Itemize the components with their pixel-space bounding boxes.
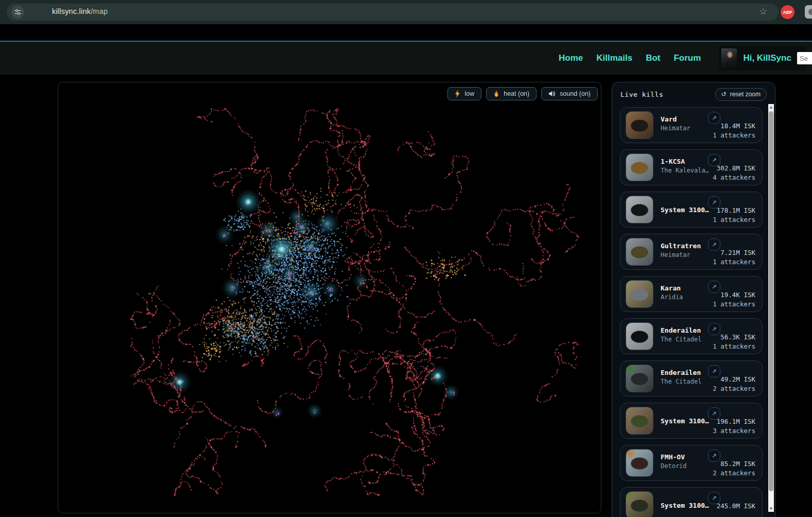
kill-card[interactable]: System 3100…245.0M ISK↗ (620, 487, 763, 517)
scrollbar-thumb[interactable] (769, 111, 773, 491)
kill-region: Aridia (661, 294, 683, 301)
kill-stats: 196.1M ISK3 attackers (713, 418, 755, 435)
kill-isk-value: 245.0M ISK (717, 502, 755, 510)
ship-thumbnail (626, 365, 653, 392)
user-menu[interactable]: Hi, KillSync ▾ (719, 46, 806, 70)
user-greeting: Hi, KillSync (743, 53, 791, 63)
ship-thumbnail (626, 322, 653, 350)
ship-thumbnail (626, 449, 653, 477)
kill-stats: 302.8M ISK4 attackers (713, 164, 755, 181)
live-kills-header: Live kills ↺ reset zoom (612, 82, 775, 106)
map-canvas[interactable] (58, 82, 601, 513)
sound-toggle-button[interactable]: sound (on) (541, 87, 598, 100)
adblock-extension-icon[interactable]: ABP (781, 5, 794, 19)
kill-attackers-count: 1 attackers (713, 300, 755, 308)
page-top-gap (0, 24, 812, 41)
kill-isk-value: 85.2M ISK (713, 460, 755, 468)
ship-thumbnail (626, 491, 653, 517)
kill-region: The Citadel (661, 378, 701, 385)
browser-toolbar: killsync.link/map ☆ ABP (0, 0, 812, 24)
nav-link-killmails[interactable]: Killmails (596, 53, 632, 63)
kill-stats: 49.2M ISK2 attackers (713, 375, 755, 392)
bookmark-star-icon[interactable]: ☆ (759, 6, 767, 16)
kill-victim-name: Gultratren (661, 242, 701, 250)
speaker-icon (548, 91, 556, 97)
url-domain: killsync.link (52, 7, 91, 15)
open-killmail-button[interactable]: ↗ (708, 281, 720, 293)
open-killmail-button[interactable]: ↗ (708, 112, 720, 124)
kill-victim-name: Enderailen (661, 326, 701, 334)
heat-toggle-button[interactable]: heat (on) (486, 87, 537, 100)
extension-icon[interactable] (805, 5, 812, 19)
heat-toggle-label: heat (on) (504, 90, 529, 97)
kill-isk-value: 18.4M ISK (713, 122, 755, 130)
kill-victim-name: System 3100… (661, 502, 709, 509)
site-navbar: Home Killmails Bot Forum Hi, KillSync ▾ (0, 42, 812, 75)
map-panel: low heat (on) sound (on) (58, 82, 601, 513)
kill-attackers-count: 2 attackers (713, 469, 755, 477)
open-killmail-button[interactable]: ↗ (708, 196, 720, 209)
kill-card[interactable]: 1-KCSAThe Kalevala…302.8M ISK4 attackers… (620, 149, 763, 185)
kill-isk-value: 56.3K ISK (713, 333, 755, 341)
kill-card[interactable]: GultratrenHeimatar7.21M ISK1 attackers↗ (620, 234, 763, 270)
address-bar[interactable]: killsync.link/map ☆ (7, 4, 779, 21)
ship-thumbnail (626, 280, 653, 308)
kill-card[interactable]: VardHeimatar18.4M ISK1 attackers↗ (620, 107, 763, 143)
ship-thumbnail (626, 238, 653, 266)
live-kills-panel: Live kills ↺ reset zoom VardHeimatar18.4… (612, 82, 775, 517)
open-killmail-button[interactable]: ↗ (708, 238, 720, 251)
kill-victim-name: System 3100… (661, 206, 709, 214)
kill-isk-value: 302.8M ISK (713, 164, 755, 172)
nav-link-forum[interactable]: Forum (673, 53, 701, 63)
kill-region: Heimatar (661, 251, 690, 258)
search-input[interactable] (797, 52, 812, 64)
avatar (721, 48, 737, 68)
kill-stats: 245.0M ISK (717, 502, 755, 510)
open-killmail-button[interactable]: ↗ (708, 154, 720, 166)
kill-isk-value: 7.21M ISK (713, 249, 755, 256)
open-killmail-button[interactable]: ↗ (708, 323, 720, 335)
kill-attackers-count: 2 attackers (713, 385, 755, 392)
kill-card[interactable]: KaranAridia19.4K ISK1 attackers↗ (620, 276, 763, 312)
nav-links: Home Killmails Bot Forum Hi, KillSync ▾ (559, 42, 806, 75)
ship-thumbnail (626, 153, 653, 181)
kill-isk-value: 196.1M ISK (713, 418, 755, 425)
nav-link-bot[interactable]: Bot (646, 53, 660, 63)
scroll-up-icon[interactable]: ▲ (768, 104, 774, 110)
kill-card[interactable]: System 3100…196.1M ISK3 attackers↗ (620, 403, 763, 439)
low-button-label: low (464, 90, 474, 97)
scroll-down-icon[interactable]: ▼ (768, 506, 774, 512)
kill-isk-value: 178.1M ISK (713, 206, 755, 214)
sound-toggle-label: sound (on) (560, 90, 591, 97)
low-button[interactable]: low (447, 87, 481, 100)
url-path: /map (91, 7, 108, 15)
tune-icon[interactable] (11, 6, 24, 19)
kill-isk-value: 49.2M ISK (713, 375, 755, 383)
nav-link-home[interactable]: Home (559, 53, 583, 63)
kill-region: Detorid (661, 462, 687, 470)
kill-victim-name: 1-KCSA (661, 158, 685, 165)
ship-thumbnail (626, 407, 653, 435)
kill-isk-value: 19.4K ISK (713, 291, 755, 299)
kill-victim-name: FMH-OV (661, 453, 685, 461)
scrollbar[interactable]: ▲ ▼ (768, 104, 774, 512)
kill-card[interactable]: EnderailenThe Citadel49.2M ISK2 attacker… (620, 360, 763, 397)
reset-icon: ↺ (721, 91, 727, 98)
kill-attackers-count: 1 attackers (713, 258, 755, 266)
kill-card[interactable]: System 3100…178.1M ISK1 attackers↗ (620, 192, 763, 228)
kill-stats: 178.1M ISK1 attackers (713, 206, 755, 223)
kill-card[interactable]: EnderailenThe Citadel56.3K ISK1 attacker… (620, 318, 763, 354)
open-killmail-button[interactable]: ↗ (708, 407, 720, 420)
open-killmail-button[interactable]: ↗ (708, 492, 720, 504)
kill-card[interactable]: FMH-OVDetorid85.2M ISK2 attackers↗ (620, 445, 763, 481)
kill-attackers-count: 1 attackers (713, 216, 755, 223)
reset-zoom-button[interactable]: ↺ reset zoom (715, 88, 767, 101)
kill-list: VardHeimatar18.4M ISK1 attackers↗1-KCSAT… (612, 107, 768, 517)
kill-victim-name: Karan (661, 284, 681, 292)
url-text: killsync.link/map (52, 7, 108, 15)
kill-victim-name: Enderailen (661, 369, 701, 376)
open-killmail-button[interactable]: ↗ (708, 365, 720, 377)
lightning-icon (455, 90, 460, 97)
kill-region: The Citadel (661, 336, 701, 343)
open-killmail-button[interactable]: ↗ (708, 450, 720, 462)
